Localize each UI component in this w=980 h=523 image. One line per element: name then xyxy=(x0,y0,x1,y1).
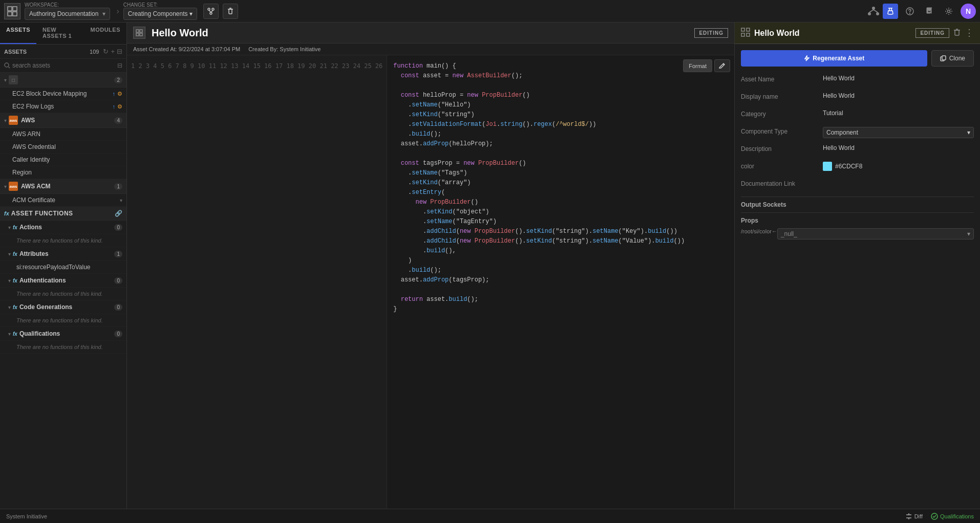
edit-code-button[interactable] xyxy=(714,59,730,72)
refresh-icon[interactable]: ↻ xyxy=(103,48,109,55)
delete-changeset-button[interactable] xyxy=(223,4,238,19)
svg-rect-29 xyxy=(741,28,744,31)
aws-count: 4 xyxy=(114,117,122,124)
prop-description: Description Hello World xyxy=(741,144,974,157)
box-icon: □ xyxy=(9,75,18,84)
svg-rect-24 xyxy=(136,30,139,32)
svg-line-7 xyxy=(209,10,211,12)
asset-search-bar[interactable]: ⊟ xyxy=(0,59,126,73)
svg-point-21 xyxy=(948,10,950,12)
aws-icon: aws xyxy=(9,116,18,125)
tree-group-aws-acm[interactable]: ▾ aws AWS ACM 1 xyxy=(0,179,126,194)
tree-item-aws-arn[interactable]: AWS ARN xyxy=(0,128,126,141)
merge-button[interactable] xyxy=(203,4,219,19)
func-fx-icon: fx xyxy=(13,225,17,230)
tree-item-ec2-flow[interactable]: EC2 Flow Logs ↑ ⚙ xyxy=(0,100,126,113)
diff-button[interactable]: Diff xyxy=(905,513,923,520)
editing-badge: EDITING xyxy=(694,28,728,38)
right-panel-body: Regenerate Asset Clone Asset Name Hello … xyxy=(735,44,980,509)
asset-count: 109 xyxy=(90,49,99,55)
filter-options-icon[interactable]: ⊟ xyxy=(117,62,122,69)
upload-icon: ↑ xyxy=(113,103,116,110)
right-panel-title: Hello World xyxy=(754,29,911,38)
tab-modules[interactable]: MODULES xyxy=(84,23,127,44)
chevron-down-icon: ▾ xyxy=(4,77,7,83)
settings-button[interactable] xyxy=(941,4,956,19)
regenerate-asset-button[interactable]: Regenerate Asset xyxy=(741,50,927,67)
link-icon: 🔗 xyxy=(115,210,122,217)
bottom-bar: System Initiative Diff Qualifications xyxy=(0,509,980,523)
tree-item-ec2-block[interactable]: EC2 Block Device Mapping ↑ ⚙ xyxy=(0,88,126,100)
chevron-down-icon: ▾ xyxy=(4,184,7,189)
center-meta: Asset Created At: 9/22/2024 at 3:07:04 P… xyxy=(127,43,734,55)
color-swatch xyxy=(823,162,832,171)
clone-icon xyxy=(940,55,946,61)
svg-rect-25 xyxy=(140,30,142,32)
prop-path-row: /root/si/color← _null_ ▾ xyxy=(741,228,974,241)
discord-button[interactable] xyxy=(922,4,937,19)
tab-new-assets[interactable]: NEW ASSETS 1 xyxy=(36,23,84,44)
more-options-icon[interactable]: ⋮ xyxy=(965,28,974,38)
breadcrumb-arrow: › xyxy=(116,7,119,16)
lightning-icon xyxy=(803,55,809,61)
gear-icon: ⚙ xyxy=(117,91,122,97)
code-editor[interactable]: Format 1 2 3 4 5 6 7 8 9 10 11 12 13 14 … xyxy=(127,55,734,509)
func-group-codegen[interactable]: ▾ fx Code Generations 0 xyxy=(0,300,126,314)
format-button[interactable]: Format xyxy=(683,59,712,72)
sidebar-tree: ▾ □ 2 EC2 Block Device Mapping ↑ ⚙ EC2 F… xyxy=(0,73,126,509)
workspace-select[interactable]: Authoring Documentation ▾ xyxy=(25,8,110,20)
search-input[interactable] xyxy=(12,62,115,69)
add-asset-icon[interactable]: + xyxy=(111,48,115,55)
tree-group-aws[interactable]: ▾ aws AWS 4 xyxy=(0,113,126,128)
func-group-attributes[interactable]: ▾ fx Attributes 1 xyxy=(0,247,126,261)
select-chevron-icon: ▾ xyxy=(967,129,970,136)
qualifications-button[interactable]: Qualifications xyxy=(931,513,974,520)
svg-line-8 xyxy=(211,10,213,12)
delete-icon[interactable] xyxy=(953,28,961,38)
code-content[interactable]: function main() { const asset = new Asse… xyxy=(387,55,734,509)
component-type-select[interactable]: Component ▾ xyxy=(823,127,974,138)
svg-rect-27 xyxy=(140,33,142,36)
created-by-meta: Created By: System Initiative xyxy=(248,46,321,52)
prop-value-select[interactable]: _null_ ▾ xyxy=(777,228,974,239)
changeset-label: CHANGE SET: xyxy=(123,2,198,8)
chevron-down-icon: ▾ xyxy=(8,304,11,310)
clone-button[interactable]: Clone xyxy=(931,50,974,67)
asset-functions-header[interactable]: fx ASSET FUNCTIONS 🔗 xyxy=(0,207,126,221)
center-header: Hello World EDITING xyxy=(127,23,734,43)
tree-item-acm-cert[interactable]: ACM Certificate ▾ xyxy=(0,194,126,207)
divider xyxy=(741,212,974,213)
workspace-logo xyxy=(4,3,20,19)
aws-acm-icon: aws xyxy=(9,182,18,191)
filter-icon[interactable]: ⊟ xyxy=(117,48,122,55)
user-avatar[interactable]: N xyxy=(961,4,976,19)
fx-icon: fx xyxy=(4,210,9,216)
func-item-resource-payload[interactable]: si:resourcePayloadToValue xyxy=(0,261,126,274)
tree-item-aws-credential[interactable]: AWS Credential xyxy=(0,141,126,154)
sidebar: ASSETS NEW ASSETS 1 MODULES ASSETS 109 ↻… xyxy=(0,23,127,509)
flask-button[interactable] xyxy=(883,4,898,19)
prop-category: Category Tutorial xyxy=(741,110,974,122)
func-group-qual[interactable]: ▾ fx Qualifications 0 xyxy=(0,327,126,341)
svg-rect-9 xyxy=(229,9,232,14)
prop-asset-name: Asset Name Hello World xyxy=(741,75,974,87)
hierarchy-icon[interactable] xyxy=(866,6,881,16)
sidebar-tabs: ASSETS NEW ASSETS 1 MODULES xyxy=(0,23,126,45)
prop-display-name: Display name Hello World xyxy=(741,92,974,104)
select-chevron-icon: ▾ xyxy=(967,230,970,237)
func-group-actions[interactable]: ▾ fx Actions 0 xyxy=(0,221,126,234)
svg-point-5 xyxy=(212,8,214,10)
svg-point-4 xyxy=(208,8,210,10)
tree-group-header-unnamed[interactable]: ▾ □ 2 xyxy=(0,73,126,88)
func-group-auth[interactable]: ▾ fx Authentications 0 xyxy=(0,274,126,288)
help-button[interactable] xyxy=(902,4,918,19)
search-icon xyxy=(4,62,10,69)
tab-assets[interactable]: ASSETS xyxy=(0,23,36,44)
svg-point-6 xyxy=(210,12,212,14)
func-fx-icon: fx xyxy=(13,304,17,310)
tree-item-region[interactable]: Region xyxy=(0,166,126,179)
workspace-chevron-icon: ▾ xyxy=(102,10,105,17)
changeset-select[interactable]: Creating Components ▾ xyxy=(123,8,198,20)
svg-rect-3 xyxy=(13,12,17,16)
tree-item-caller-identity[interactable]: Caller Identity xyxy=(0,154,126,166)
